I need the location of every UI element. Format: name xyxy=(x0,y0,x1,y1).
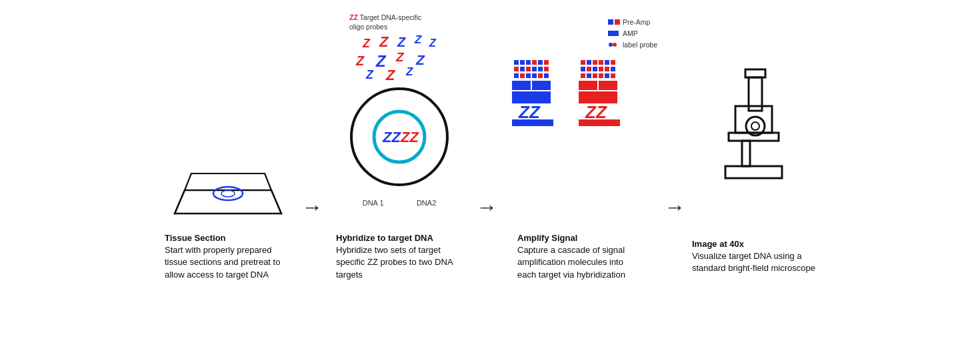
svg-rect-53 xyxy=(587,73,591,78)
step3-description: Capture a cascade of signal amplificatio… xyxy=(517,245,625,279)
z11: Z xyxy=(386,67,395,84)
step-wrapper: Tissue Section Start with properly prepa… xyxy=(161,13,819,281)
legend-label-probe: label probe xyxy=(608,39,657,51)
z1: Z xyxy=(363,37,370,51)
step4-title: Image at 40x xyxy=(692,238,819,250)
svg-text:ZZ: ZZ xyxy=(382,129,401,145)
svg-line-2 xyxy=(175,190,185,214)
step-amplify: Pre-Amp AMP label probe xyxy=(504,13,657,281)
step-hybridize: ZZ Target DNA-specificoligo probes Z Z Z… xyxy=(329,13,469,281)
svg-rect-41 xyxy=(587,60,591,65)
z7: Z xyxy=(376,52,386,71)
svg-rect-42 xyxy=(593,60,597,65)
svg-rect-31 xyxy=(526,73,531,78)
dna1-label: DNA 1 xyxy=(363,199,384,207)
svg-line-5 xyxy=(265,174,271,190)
diagram-container: Tissue Section Start with properly prepa… xyxy=(0,0,980,345)
z6: Z xyxy=(356,53,364,69)
svg-rect-46 xyxy=(581,67,585,71)
amp-structure: ZZ xyxy=(511,57,644,190)
svg-rect-22 xyxy=(544,60,549,65)
step3-title: Amplify Signal xyxy=(517,232,644,244)
svg-line-4 xyxy=(271,190,281,214)
step1-visual xyxy=(161,13,295,227)
dna-labels: DNA 1 DNA2 xyxy=(346,199,453,207)
svg-rect-25 xyxy=(526,67,531,71)
probe-text: Target DNA-specificoligo probes xyxy=(349,13,421,31)
step4-label: Image at 40x Visualize target DNA using … xyxy=(692,238,819,275)
arrow-2: → xyxy=(476,195,497,220)
svg-rect-26 xyxy=(532,67,537,71)
svg-rect-48 xyxy=(593,67,597,71)
step1-title: Tissue Section xyxy=(165,232,291,244)
svg-point-6 xyxy=(213,187,243,200)
z9: Z xyxy=(416,52,425,68)
svg-rect-12 xyxy=(608,19,613,25)
svg-rect-51 xyxy=(611,67,615,71)
step3-label: Amplify Signal Capture a cascade of sign… xyxy=(517,232,644,281)
svg-rect-44 xyxy=(605,60,609,65)
svg-rect-33 xyxy=(538,73,543,78)
svg-rect-21 xyxy=(538,60,543,65)
amp-legend: Pre-Amp AMP label probe xyxy=(608,17,657,50)
svg-rect-28 xyxy=(544,67,549,71)
svg-rect-47 xyxy=(587,67,591,71)
step2-description: Hybridize two sets of target specific ZZ… xyxy=(336,245,453,279)
svg-text:ZZ: ZZ xyxy=(400,129,419,145)
svg-text:ZZ: ZZ xyxy=(518,102,541,122)
svg-rect-36 xyxy=(532,81,551,90)
svg-rect-56 xyxy=(605,73,609,78)
z10: Z xyxy=(366,68,373,82)
svg-rect-19 xyxy=(526,60,531,65)
svg-marker-0 xyxy=(175,190,281,214)
svg-rect-40 xyxy=(581,60,585,65)
svg-rect-63 xyxy=(745,69,765,77)
z3: Z xyxy=(397,35,405,50)
svg-rect-59 xyxy=(599,81,617,90)
svg-rect-50 xyxy=(605,67,609,71)
z2: Z xyxy=(379,33,388,51)
svg-point-16 xyxy=(613,43,617,47)
step4-visual xyxy=(699,19,812,233)
step3-visual: Pre-Amp AMP label probe xyxy=(504,13,657,227)
amp-icon xyxy=(608,29,620,37)
step2-title: Hybridize to target DNA xyxy=(336,232,463,244)
probe-label: ZZ Target DNA-specificoligo probes xyxy=(349,13,421,31)
svg-rect-24 xyxy=(520,67,525,71)
dna2-label: DNA2 xyxy=(417,199,436,207)
z4: Z xyxy=(415,33,421,47)
legend-label-probe-label: label probe xyxy=(623,39,657,51)
svg-rect-62 xyxy=(579,119,620,126)
svg-rect-52 xyxy=(581,73,585,78)
svg-rect-39 xyxy=(512,119,553,126)
legend-preamp: Pre-Amp xyxy=(608,17,657,28)
z8: Z xyxy=(396,50,404,65)
svg-rect-66 xyxy=(729,133,779,141)
svg-point-70 xyxy=(751,122,759,130)
svg-rect-54 xyxy=(593,73,597,78)
svg-rect-14 xyxy=(608,31,619,36)
svg-rect-68 xyxy=(742,141,750,166)
step1-description: Start with properly prepared tissue sect… xyxy=(165,245,280,279)
step2-visual: ZZ Target DNA-specificoligo probes Z Z Z… xyxy=(329,13,469,227)
arrow-3: → xyxy=(664,195,685,220)
label-probe-icon xyxy=(608,41,620,49)
arrow-1: → xyxy=(301,195,323,220)
zz-label-red: ZZ xyxy=(349,13,358,21)
step4-description: Visualize target DNA using a standard br… xyxy=(692,251,815,273)
svg-rect-35 xyxy=(512,81,531,90)
svg-rect-18 xyxy=(520,60,525,65)
cell-circle: ZZ ZZ xyxy=(346,83,453,190)
svg-rect-20 xyxy=(532,60,537,65)
svg-point-15 xyxy=(609,43,613,47)
svg-rect-17 xyxy=(514,60,519,65)
svg-rect-13 xyxy=(615,19,620,25)
legend-amp: AMP xyxy=(608,28,657,39)
svg-rect-49 xyxy=(599,67,603,71)
svg-rect-57 xyxy=(611,73,615,78)
svg-rect-45 xyxy=(611,60,615,65)
legend-preamp-label: Pre-Amp xyxy=(623,17,650,28)
microscope-icon xyxy=(709,63,802,196)
svg-rect-23 xyxy=(514,67,519,71)
preamp-icon xyxy=(608,18,620,26)
